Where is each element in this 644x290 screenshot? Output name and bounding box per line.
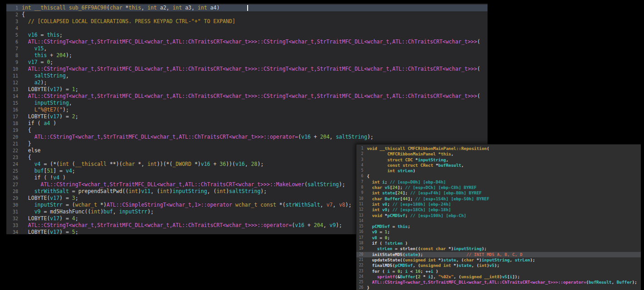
- code-line[interactable]: 11 int v8; // [esp+180h] [ebp-24h]: [356, 202, 641, 207]
- code-line[interactable]: 9 int state[24]; // [esp+F4h] [ebp-B0h] …: [356, 190, 641, 196]
- token-pun: ))(*(: [157, 161, 173, 167]
- token-mag: ATL::CStringT<wchar_t,StrTraitMFC_DLL<wc…: [367, 280, 586, 285]
- code-line[interactable]: 5 v16 = this;: [6, 32, 488, 39]
- code-line[interactable]: 15 pCMD5vf = this;: [356, 224, 641, 229]
- token-num: 2: [72, 113, 75, 120]
- code-line[interactable]: 16 v9 = 1;: [356, 229, 641, 235]
- token-var: this: [22, 52, 47, 58]
- token-pun: (: [477, 66, 480, 72]
- line-number: 30: [6, 202, 18, 208]
- token-pun: ) =: [59, 215, 72, 222]
- token-pun: ) =: [59, 229, 72, 234]
- token-num: 16: [415, 269, 420, 274]
- token-id: a3: [185, 5, 191, 11]
- token-var: v5: [385, 185, 390, 190]
- token-kw: char: [367, 185, 385, 190]
- token-pun: if (: [22, 120, 44, 126]
- code-line[interactable]: 4 const struct CRect *bufResult,: [356, 163, 641, 168]
- code-line[interactable]: 23 for ( i = 0; i < 16; ++i ): [356, 269, 641, 274]
- token-pun: =: [390, 269, 398, 274]
- token-var: this: [397, 224, 407, 229]
- code-line[interactable]: 18 if ( !strLen ): [356, 241, 641, 246]
- token-pun: ) =: [59, 195, 72, 201]
- code-line[interactable]: 4: [6, 25, 488, 32]
- line-number: 5: [356, 168, 363, 174]
- code-line[interactable]: 17 LOBYTE(v17) = 2;: [6, 113, 488, 120]
- line-number: 18: [356, 241, 363, 246]
- token-pun: ;: [405, 213, 410, 218]
- code-line[interactable]: 12 int v9; // [esp+18Ch] [ebp-18h]: [356, 207, 641, 213]
- token-pun: );: [530, 257, 535, 262]
- code-line[interactable]: 18 if ( a4 ): [6, 120, 488, 127]
- code-line[interactable]: 15 inputString,: [6, 100, 488, 106]
- token-pun: ): [216, 5, 220, 11]
- line-number: 34: [6, 229, 18, 234]
- code-line[interactable]: 6 ATL::CStringT<wchar_t,StrTraitMFC_DLL<…: [6, 39, 488, 45]
- code-line[interactable]: 13 void *pCMD5vf; // [esp+198h] [ebp-Ch]: [356, 213, 641, 218]
- line-number: 11: [356, 202, 363, 207]
- code-line[interactable]: 1void __thiscall CMFCRibbonMainPanel::Re…: [356, 146, 641, 151]
- code-line[interactable]: 8 char v5[24]; // [esp+DCh] [ebp-C8h] BY…: [356, 185, 641, 190]
- code-line[interactable]: 2{: [6, 11, 488, 18]
- token-pun: ,: [141, 5, 147, 11]
- token-pun: *(: [276, 202, 286, 208]
- token-pun: );: [41, 79, 47, 86]
- token-cmt: // [esp+F4h] [ebp-B0h] BYREF: [410, 190, 482, 195]
- code-line[interactable]: 9 v17 = 0;: [6, 59, 488, 66]
- token-var: v11: [141, 188, 151, 194]
- token-id: prependSaltPwd: [78, 188, 122, 194]
- code-line[interactable]: 24 sprintf(&Buffer[2 * i], "%02x", (unsi…: [356, 274, 641, 280]
- code-line[interactable]: 16 L"%@tE7(");: [6, 106, 488, 113]
- line-number: 10: [356, 196, 363, 202]
- code-text: ATL::CStringT<wchar_t,StrTraitMFC_DLL<wc…: [18, 93, 488, 100]
- code-text: ATL::CStringT<wchar_t,StrTraitMFC_DLL<wc…: [18, 134, 488, 140]
- code-text: // [COLLAPSED LOCAL DECLARATIONS. PRESS …: [18, 18, 488, 25]
- code-line[interactable]: 14: [356, 218, 641, 224]
- code-text: v8 = 0;: [363, 235, 641, 241]
- token-num: 3: [72, 195, 75, 201]
- code-line[interactable]: 10 ATL::CStringT<wchar_t,StrTraitMFC_DLL…: [6, 66, 488, 72]
- code-line[interactable]: 11 saltString,: [6, 72, 488, 79]
- code-line[interactable]: 2 CMFCRibbonMainPanel *this,: [356, 151, 641, 157]
- token-kw: struct CDC: [367, 157, 415, 162]
- code-line[interactable]: 17 v8 = 0;: [356, 235, 641, 241]
- token-var: v8: [382, 202, 387, 207]
- code-line[interactable]: 20 ATL::CStringT<wchar_t,StrTraitMFC_DLL…: [6, 134, 488, 140]
- code-line[interactable]: 5 int strLen): [356, 168, 641, 174]
- code-line[interactable]: 1int __thiscall sub_6FF9AC90(char *this,…: [6, 5, 488, 11]
- token-var: state: [405, 252, 418, 257]
- code-line[interactable]: 7 int i; // [esp+D0h] [ebp-D4h]: [356, 179, 641, 185]
- code-line[interactable]: 20 initStateMD5(state); // INIT MD5 A, B…: [356, 252, 641, 257]
- token-id: md5HashFunc: [50, 208, 84, 215]
- line-number: 23: [356, 269, 363, 274]
- line-number: 8: [356, 185, 363, 190]
- code-line[interactable]: 19 strLen = strlen((const char *)inputSt…: [356, 246, 641, 251]
- code-text: int v9; // [esp+18Ch] [ebp-18h]: [363, 207, 641, 213]
- code-text: }: [363, 285, 641, 290]
- code-line[interactable]: 21 updateState((unsigned int *)state, (c…: [356, 257, 641, 263]
- code-text: if ( !strLen ): [363, 241, 641, 246]
- code-line[interactable]: 19 {: [6, 127, 488, 134]
- line-number: 12: [6, 79, 18, 86]
- token-cmt2: // INIT MD5 A, B, C, D: [466, 252, 522, 257]
- code-text: int __thiscall sub_6FF9AC90(char *this, …: [18, 5, 488, 11]
- code-line[interactable]: 13 LOBYTE(v17) = 1;: [6, 86, 488, 93]
- code-line[interactable]: 22 finalMD5(pCMD5vf, (unsigned int *)sta…: [356, 263, 641, 268]
- code-line[interactable]: 7 v15,: [6, 45, 488, 52]
- code-line[interactable]: 10 char Buffer[44]; // [esp+154h] [ebp-5…: [356, 196, 641, 202]
- code-line[interactable]: 25 ATL::CStringT<wchar_t,StrTraitMFC_DLL…: [356, 280, 641, 285]
- code-line[interactable]: 3 // [COLLAPSED LOCAL DECLARATIONS. PRES…: [6, 18, 488, 25]
- token-var: pCMD5vf: [387, 213, 405, 218]
- token-var: inputString: [172, 188, 207, 194]
- code-text: char Buffer[44]; // [esp+154h] [ebp-50h]…: [363, 196, 641, 202]
- code-line[interactable]: 26}: [356, 285, 641, 290]
- code-line[interactable]: 12 a2);: [6, 79, 488, 86]
- code-line[interactable]: 3 struct CDC *inputString,: [356, 157, 641, 163]
- code-line[interactable]: 6{: [356, 174, 641, 179]
- code-text: int i; // [esp+D0h] [ebp-D4h]: [363, 179, 641, 185]
- code-line[interactable]: 8 this + 204);: [6, 52, 488, 59]
- code-line[interactable]: 14 ATL::CStringT<wchar_t,StrTraitMFC_DLL…: [6, 93, 488, 100]
- token-num: 51: [47, 168, 53, 174]
- line-number: 15: [356, 224, 363, 229]
- token-id: updateState: [367, 257, 400, 262]
